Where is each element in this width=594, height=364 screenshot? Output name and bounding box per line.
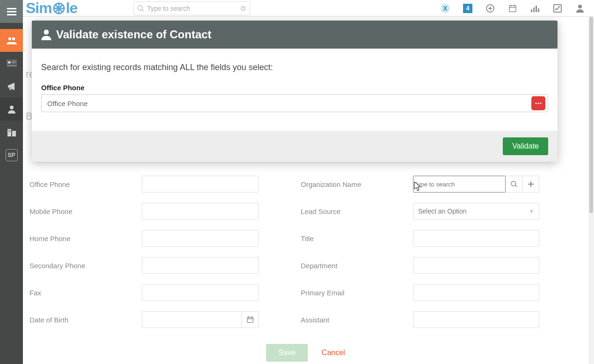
svg-point-25	[511, 181, 516, 186]
svg-point-1	[12, 37, 14, 40]
svg-point-28	[535, 102, 536, 104]
modal-title: Validate existence of Contact	[56, 28, 211, 41]
svg-point-15	[138, 6, 143, 10]
label-fax: Fax	[29, 289, 142, 297]
field-options-button[interactable]	[531, 96, 545, 110]
cancel-button[interactable]: Cancel	[322, 349, 345, 357]
input-fax[interactable]	[142, 284, 259, 301]
sp-badge: SP	[6, 149, 18, 161]
input-department[interactable]	[413, 257, 539, 274]
input-home-phone[interactable]	[142, 230, 259, 247]
sidebar-item-user[interactable]	[0, 98, 23, 121]
left-sidebar: SP	[0, 0, 23, 364]
input-office-phone[interactable]	[142, 176, 259, 193]
user-profile-icon[interactable]	[575, 4, 585, 13]
label-office-phone: Office Phone	[29, 180, 142, 188]
svg-point-29	[537, 102, 539, 104]
chevron-down-icon[interactable]	[240, 6, 246, 11]
input-mobile-phone[interactable]	[142, 203, 259, 220]
svg-rect-13	[10, 131, 11, 132]
svg-point-24	[578, 5, 582, 8]
chevron-down-icon: ▼	[529, 208, 534, 214]
svg-rect-21	[536, 6, 537, 12]
header-search[interactable]	[133, 1, 250, 15]
dob-calendar-button[interactable]	[242, 311, 259, 328]
label-department: Department	[301, 262, 413, 270]
label-primary-email: Primary Email	[301, 289, 413, 297]
svg-rect-22	[538, 8, 539, 12]
svg-rect-26	[247, 317, 253, 322]
label-home-phone: Home Phone	[29, 235, 142, 243]
svg-rect-20	[533, 7, 535, 12]
svg-point-16	[240, 6, 246, 11]
search-icon	[138, 5, 144, 12]
input-dob[interactable]	[142, 311, 242, 328]
svg-rect-19	[531, 9, 532, 12]
input-organization[interactable]	[413, 176, 506, 193]
chart-icon[interactable]	[530, 4, 540, 13]
svg-point-0	[8, 37, 11, 40]
header-icons: X 4	[441, 4, 585, 13]
modal-footer: Validate	[32, 131, 558, 162]
input-assistant[interactable]	[413, 311, 539, 328]
svg-rect-3	[8, 61, 11, 64]
org-search-button[interactable]	[506, 176, 522, 193]
brand-logo: Simple Sim le	[26, 0, 77, 17]
svg-point-27	[44, 29, 49, 35]
sidebar-item-campaigns[interactable]	[0, 75, 23, 98]
checkbox-icon[interactable]	[553, 4, 562, 13]
org-add-button[interactable]	[522, 176, 539, 193]
form-actions: Save Cancel	[23, 342, 588, 364]
notification-badge[interactable]: 4	[463, 4, 472, 13]
svg-rect-8	[7, 129, 11, 136]
input-primary-email[interactable]	[413, 284, 539, 301]
person-icon	[41, 29, 51, 40]
organization-lookup	[413, 176, 539, 193]
modal-header: Validate existence of Contact	[32, 21, 558, 49]
label-mobile-phone: Mobile Phone	[29, 207, 142, 215]
sidebar-item-buildings[interactable]	[0, 121, 23, 143]
sidebar-item-contacts[interactable]	[0, 29, 23, 52]
svg-rect-5	[12, 63, 15, 63]
validate-button[interactable]: Validate	[503, 137, 548, 155]
modal-body: Search for existing records matching ALL…	[32, 49, 558, 131]
calendar-icon[interactable]	[508, 4, 517, 13]
hamburger-menu[interactable]	[0, 0, 23, 23]
svg-rect-6	[8, 65, 15, 65]
svg-rect-4	[12, 61, 15, 62]
svg-rect-18	[509, 6, 516, 12]
modal-field-label: Office Phone	[41, 84, 548, 92]
svg-rect-10	[8, 130, 9, 131]
input-title[interactable]	[413, 230, 539, 247]
label-organization: Organization Name	[301, 180, 413, 188]
scroll-thumb[interactable]	[589, 17, 593, 213]
svg-rect-9	[12, 131, 16, 136]
top-header: Simple Sim le X 4	[23, 0, 594, 17]
sidebar-item-id-card[interactable]	[0, 52, 23, 75]
label-lead-source: Lead Source	[301, 207, 413, 215]
header-search-input[interactable]	[147, 5, 240, 12]
select-lead-source[interactable]: Select an Option ▼	[413, 203, 539, 220]
validate-contact-modal: Validate existence of Contact Search for…	[32, 21, 558, 162]
sidebar-item-sp[interactable]: SP	[0, 143, 23, 166]
save-button[interactable]: Save	[266, 344, 307, 362]
svg-point-30	[540, 102, 541, 104]
input-secondary-phone[interactable]	[142, 257, 259, 274]
select-lead-source-value: Select an Option	[418, 207, 467, 215]
label-assistant: Assistant	[301, 316, 413, 324]
label-secondary-phone: Secondary Phone	[29, 262, 142, 270]
svg-rect-12	[8, 131, 9, 132]
svg-rect-11	[10, 130, 11, 131]
modal-instruction: Search for existing records matching ALL…	[41, 63, 548, 72]
svg-point-7	[10, 106, 14, 109]
label-title: Title	[301, 235, 413, 243]
modal-field-input[interactable]	[41, 94, 548, 112]
xing-icon[interactable]: X	[441, 4, 450, 13]
add-icon[interactable]	[485, 4, 495, 13]
label-dob: Date of Birth	[29, 316, 142, 324]
